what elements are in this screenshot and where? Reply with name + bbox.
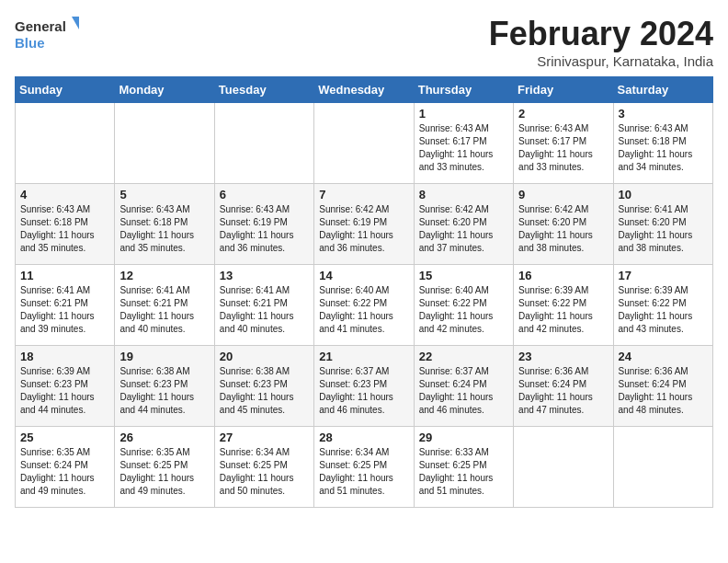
day-number: 22	[419, 350, 508, 363]
day-number: 20	[220, 350, 309, 363]
day-number: 8	[419, 188, 508, 201]
svg-marker-2	[72, 17, 79, 29]
calendar-cell	[16, 103, 115, 184]
day-of-week-header: Sunday	[16, 77, 115, 103]
calendar-cell: 21Sunrise: 6:37 AM Sunset: 6:23 PM Dayli…	[314, 346, 414, 427]
calendar-cell: 27Sunrise: 6:34 AM Sunset: 6:25 PM Dayli…	[214, 427, 313, 508]
day-info: Sunrise: 6:37 AM Sunset: 6:23 PM Dayligh…	[319, 365, 408, 417]
day-number: 24	[619, 350, 708, 363]
calendar-week-row: 1Sunrise: 6:43 AM Sunset: 6:17 PM Daylig…	[16, 103, 713, 184]
calendar-cell: 7Sunrise: 6:42 AM Sunset: 6:19 PM Daylig…	[314, 184, 414, 265]
day-of-week-header: Wednesday	[314, 77, 414, 103]
calendar-cell	[115, 103, 214, 184]
day-number: 11	[20, 269, 109, 282]
day-info: Sunrise: 6:36 AM Sunset: 6:24 PM Dayligh…	[619, 365, 708, 417]
day-of-week-header: Monday	[115, 77, 214, 103]
day-number: 17	[619, 269, 708, 282]
day-info: Sunrise: 6:42 AM Sunset: 6:20 PM Dayligh…	[419, 203, 508, 255]
day-info: Sunrise: 6:35 AM Sunset: 6:24 PM Dayligh…	[20, 446, 109, 498]
day-number: 12	[119, 269, 209, 282]
day-number: 25	[20, 431, 109, 444]
calendar-cell: 10Sunrise: 6:41 AM Sunset: 6:20 PM Dayli…	[613, 184, 712, 265]
calendar-cell: 12Sunrise: 6:41 AM Sunset: 6:21 PM Dayli…	[115, 265, 214, 346]
day-info: Sunrise: 6:39 AM Sunset: 6:23 PM Dayligh…	[20, 365, 109, 417]
calendar-week-row: 4Sunrise: 6:43 AM Sunset: 6:18 PM Daylig…	[16, 184, 713, 265]
calendar-cell: 22Sunrise: 6:37 AM Sunset: 6:24 PM Dayli…	[414, 346, 513, 427]
calendar-cell: 11Sunrise: 6:41 AM Sunset: 6:21 PM Dayli…	[16, 265, 115, 346]
day-info: Sunrise: 6:40 AM Sunset: 6:22 PM Dayligh…	[419, 284, 508, 336]
calendar-table: SundayMondayTuesdayWednesdayThursdayFrid…	[15, 76, 713, 508]
calendar-cell: 26Sunrise: 6:35 AM Sunset: 6:25 PM Dayli…	[115, 427, 214, 508]
calendar-cell	[613, 427, 712, 508]
svg-text:Blue: Blue	[15, 35, 45, 51]
calendar-week-row: 25Sunrise: 6:35 AM Sunset: 6:24 PM Dayli…	[16, 427, 713, 508]
day-number: 15	[419, 269, 508, 282]
day-info: Sunrise: 6:33 AM Sunset: 6:25 PM Dayligh…	[419, 446, 508, 498]
calendar-cell: 4Sunrise: 6:43 AM Sunset: 6:18 PM Daylig…	[16, 184, 115, 265]
day-info: Sunrise: 6:42 AM Sunset: 6:20 PM Dayligh…	[518, 203, 608, 255]
svg-text:General: General	[15, 18, 66, 34]
day-info: Sunrise: 6:43 AM Sunset: 6:18 PM Dayligh…	[119, 203, 209, 255]
day-number: 4	[20, 188, 109, 201]
calendar-cell: 25Sunrise: 6:35 AM Sunset: 6:24 PM Dayli…	[16, 427, 115, 508]
calendar-cell: 1Sunrise: 6:43 AM Sunset: 6:17 PM Daylig…	[414, 103, 513, 184]
day-of-week-header: Saturday	[613, 77, 712, 103]
day-info: Sunrise: 6:38 AM Sunset: 6:23 PM Dayligh…	[119, 365, 209, 417]
calendar-cell: 18Sunrise: 6:39 AM Sunset: 6:23 PM Dayli…	[16, 346, 115, 427]
day-number: 28	[319, 431, 408, 444]
calendar-cell: 13Sunrise: 6:41 AM Sunset: 6:21 PM Dayli…	[214, 265, 313, 346]
day-info: Sunrise: 6:41 AM Sunset: 6:21 PM Dayligh…	[20, 284, 109, 336]
day-info: Sunrise: 6:43 AM Sunset: 6:19 PM Dayligh…	[220, 203, 309, 255]
calendar-cell: 2Sunrise: 6:43 AM Sunset: 6:17 PM Daylig…	[514, 103, 613, 184]
generalblue-logo: General Blue	[15, 15, 79, 55]
calendar-cell: 9Sunrise: 6:42 AM Sunset: 6:20 PM Daylig…	[514, 184, 613, 265]
day-number: 13	[220, 269, 309, 282]
calendar-cell: 6Sunrise: 6:43 AM Sunset: 6:19 PM Daylig…	[214, 184, 313, 265]
day-info: Sunrise: 6:41 AM Sunset: 6:20 PM Dayligh…	[619, 203, 708, 255]
calendar-cell: 14Sunrise: 6:40 AM Sunset: 6:22 PM Dayli…	[314, 265, 414, 346]
day-number: 19	[119, 350, 209, 363]
calendar-cell: 3Sunrise: 6:43 AM Sunset: 6:18 PM Daylig…	[613, 103, 712, 184]
calendar-cell: 23Sunrise: 6:36 AM Sunset: 6:24 PM Dayli…	[514, 346, 613, 427]
day-number: 16	[518, 269, 608, 282]
day-of-week-header: Tuesday	[214, 77, 313, 103]
day-number: 10	[619, 188, 708, 201]
day-of-week-header: Thursday	[414, 77, 513, 103]
day-info: Sunrise: 6:36 AM Sunset: 6:24 PM Dayligh…	[518, 365, 608, 417]
day-info: Sunrise: 6:41 AM Sunset: 6:21 PM Dayligh…	[220, 284, 309, 336]
day-number: 27	[220, 431, 309, 444]
day-number: 26	[119, 431, 209, 444]
day-number: 7	[319, 188, 408, 201]
day-info: Sunrise: 6:42 AM Sunset: 6:19 PM Dayligh…	[319, 203, 408, 255]
day-info: Sunrise: 6:37 AM Sunset: 6:24 PM Dayligh…	[419, 365, 508, 417]
day-info: Sunrise: 6:43 AM Sunset: 6:18 PM Dayligh…	[20, 203, 109, 255]
day-info: Sunrise: 6:43 AM Sunset: 6:18 PM Dayligh…	[619, 122, 708, 174]
calendar-week-row: 11Sunrise: 6:41 AM Sunset: 6:21 PM Dayli…	[16, 265, 713, 346]
calendar-header-row: SundayMondayTuesdayWednesdayThursdayFrid…	[16, 77, 713, 103]
day-info: Sunrise: 6:34 AM Sunset: 6:25 PM Dayligh…	[220, 446, 309, 498]
day-info: Sunrise: 6:38 AM Sunset: 6:23 PM Dayligh…	[220, 365, 309, 417]
calendar-cell: 28Sunrise: 6:34 AM Sunset: 6:25 PM Dayli…	[314, 427, 414, 508]
day-info: Sunrise: 6:35 AM Sunset: 6:25 PM Dayligh…	[119, 446, 209, 498]
calendar-title: February 2024	[489, 15, 713, 53]
day-number: 29	[419, 431, 508, 444]
calendar-cell: 20Sunrise: 6:38 AM Sunset: 6:23 PM Dayli…	[214, 346, 313, 427]
logo: General Blue	[15, 15, 79, 55]
day-number: 14	[319, 269, 408, 282]
day-number: 18	[20, 350, 109, 363]
day-info: Sunrise: 6:39 AM Sunset: 6:22 PM Dayligh…	[518, 284, 608, 336]
day-number: 23	[518, 350, 608, 363]
calendar-cell: 29Sunrise: 6:33 AM Sunset: 6:25 PM Dayli…	[414, 427, 513, 508]
day-info: Sunrise: 6:41 AM Sunset: 6:21 PM Dayligh…	[119, 284, 209, 336]
title-block: February 2024 Srinivaspur, Karnataka, In…	[489, 15, 713, 69]
calendar-cell: 17Sunrise: 6:39 AM Sunset: 6:22 PM Dayli…	[613, 265, 712, 346]
calendar-cell: 5Sunrise: 6:43 AM Sunset: 6:18 PM Daylig…	[115, 184, 214, 265]
day-info: Sunrise: 6:39 AM Sunset: 6:22 PM Dayligh…	[619, 284, 708, 336]
day-number: 5	[119, 188, 209, 201]
day-of-week-header: Friday	[514, 77, 613, 103]
calendar-week-row: 18Sunrise: 6:39 AM Sunset: 6:23 PM Dayli…	[16, 346, 713, 427]
day-info: Sunrise: 6:40 AM Sunset: 6:22 PM Dayligh…	[319, 284, 408, 336]
day-number: 9	[518, 188, 608, 201]
day-info: Sunrise: 6:34 AM Sunset: 6:25 PM Dayligh…	[319, 446, 408, 498]
day-info: Sunrise: 6:43 AM Sunset: 6:17 PM Dayligh…	[518, 122, 608, 174]
